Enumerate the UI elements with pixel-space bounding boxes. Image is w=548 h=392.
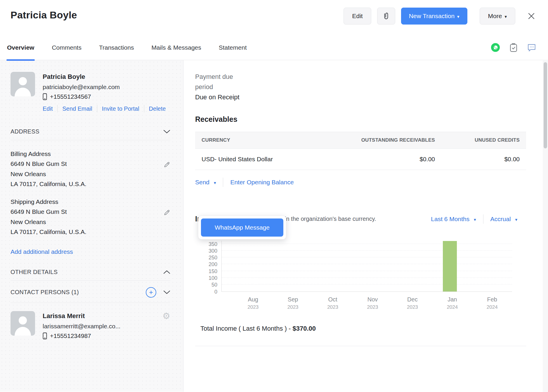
page-title: Patricia Boyle [11, 9, 77, 21]
bar-jan-2024[interactable] [443, 241, 457, 291]
edit-shipping-address-pencil-icon[interactable] [164, 209, 170, 237]
header: Patricia Boyle Edit New Transaction ▾ Mo… [0, 0, 548, 35]
bar-slot-aug-2023 [222, 241, 263, 292]
income-bar-chart: 050100150200250300350 [195, 241, 548, 292]
scrollbar-thumb[interactable] [544, 62, 547, 148]
other-details-title: OTHER DETAILS [11, 269, 58, 275]
enter-opening-balance-link[interactable]: Enter Opening Balance [230, 179, 294, 186]
table-row: USD- United States Dollar $0.00 $0.00 [195, 149, 526, 170]
tab-transactions[interactable]: Transactions [99, 35, 134, 60]
more-label: More [488, 13, 502, 20]
contact-phone: +15551234567 [43, 93, 120, 100]
divider [144, 105, 144, 112]
comments-chat-icon[interactable] [527, 43, 536, 52]
cell-unused: $0.00 [441, 149, 526, 170]
total-income-value: $370.00 [292, 325, 316, 332]
billing-address-line3: LA 70117, California, U.S.A. [11, 179, 86, 189]
y-axis: 050100150200250300350 [195, 241, 221, 292]
accounting-basis-dropdown[interactable]: Accrual ▾ [490, 216, 517, 223]
x-tick-label-jan-2024: Jan2024 [432, 295, 472, 311]
contact-persons-section-header[interactable]: CONTACT PERSONS (1) + [11, 287, 170, 298]
caret-down-icon: ▾ [504, 14, 507, 19]
y-tick-label: 300 [209, 248, 217, 254]
y-tick-label: 150 [209, 268, 217, 274]
gear-icon[interactable]: ⚙ [162, 312, 170, 339]
caret-down-icon: ▾ [457, 14, 459, 19]
more-button[interactable]: More ▾ [480, 8, 515, 25]
address-section-header[interactable]: ADDRESS [11, 128, 170, 135]
new-transaction-button[interactable]: New Transaction ▾ [401, 8, 467, 25]
divider [223, 178, 223, 187]
invite-to-portal-link[interactable]: Invite to Portal [102, 105, 139, 112]
tab-label: Comments [52, 44, 81, 51]
caret-down-icon: ▾ [515, 217, 517, 222]
tab-label: Overview [7, 44, 34, 51]
tab-statement[interactable]: Statement [219, 35, 247, 60]
bar-slot-nov-2023 [346, 241, 388, 292]
cell-currency: USD- United States Dollar [195, 149, 316, 170]
column-header-outstanding-receivables: OUTSTANDING RECEIVABLES [316, 132, 441, 148]
x-tick-label-feb-2024: Feb2024 [472, 295, 512, 311]
tasks-clipboard-icon[interactable] [509, 43, 518, 52]
shipping-address-line1: 6649 N Blue Gum St [11, 207, 86, 217]
total-income-line: Total Income ( Last 6 Months ) - $370.00 [200, 325, 548, 332]
divider [57, 105, 58, 112]
add-contact-person-icon[interactable]: + [146, 287, 156, 298]
tab-mails-messages[interactable]: Mails & Messages [151, 35, 201, 60]
cell-outstanding: $0.00 [316, 149, 441, 170]
whatsapp-message-menu-item[interactable]: WhatsApp Message [201, 218, 283, 237]
tab-label: Transactions [99, 44, 134, 51]
header-actions: Edit New Transaction ▾ More ▾ [344, 8, 537, 25]
divider [11, 280, 170, 281]
shipping-address-line2: New Orleans [11, 217, 86, 227]
contact-person-phone: +15551234987 [43, 332, 120, 339]
x-tick-label-aug-2023: Aug2023 [233, 295, 273, 311]
bar-slot-dec-2023 [388, 241, 429, 292]
edit-button[interactable]: Edit [344, 8, 371, 25]
tab-comments[interactable]: Comments [52, 35, 81, 60]
contact-email: patriciaboyle@example.com [43, 84, 120, 91]
x-tick-label-sep-2023: Sep2023 [273, 295, 313, 311]
new-transaction-label: New Transaction [409, 13, 455, 20]
bar-slot-sep-2023 [263, 241, 305, 292]
shipping-address-block: Shipping Address 6649 N Blue Gum St New … [11, 197, 170, 237]
caret-down-icon: ▾ [214, 180, 216, 185]
delete-contact-link[interactable]: Delete [149, 105, 166, 112]
tab-overview[interactable]: Overview [7, 35, 34, 60]
whatsapp-icon[interactable] [491, 43, 500, 52]
edit-contact-link[interactable]: Edit [43, 105, 53, 112]
x-tick-label-dec-2023: Dec2023 [393, 295, 432, 311]
billing-address-line1: 6649 N Blue Gum St [11, 159, 86, 169]
column-header-unused-credits: UNUSED CREDITS [441, 132, 526, 148]
tab-bar: Overview Comments Transactions Mails & M… [0, 35, 548, 60]
contact-name: Patricia Boyle [43, 73, 120, 81]
tab-bar-icons [491, 43, 536, 52]
scrollbar-track[interactable] [543, 60, 548, 392]
edit-billing-address-pencil-icon[interactable] [164, 161, 170, 189]
divider [483, 214, 483, 224]
bars [222, 241, 512, 292]
contact-detail-page: Patricia Boyle Edit New Transaction ▾ Mo… [0, 0, 548, 392]
primary-contact-info: Patricia Boyle patriciaboyle@example.com… [43, 72, 120, 100]
contact-phone-number: +15551234567 [50, 93, 91, 100]
receivables-table-header: CURRENCY OUTSTANDING RECEIVABLES UNUSED … [195, 132, 526, 149]
send-email-link[interactable]: Send Email [62, 105, 92, 112]
chevron-down-icon [163, 130, 170, 133]
add-additional-address-link[interactable]: Add additional address [11, 248, 73, 255]
attachment-button[interactable] [377, 8, 395, 25]
date-range-dropdown[interactable]: Last 6 Months ▾ [431, 216, 476, 223]
other-details-section-header[interactable]: OTHER DETAILS [11, 269, 170, 275]
column-header-currency: CURRENCY [195, 132, 316, 148]
caret-down-icon: ▾ [474, 217, 476, 222]
payment-due-label: Payment due period [195, 72, 548, 92]
billing-address-block: Billing Address 6649 N Blue Gum St New O… [11, 149, 170, 189]
x-tick-label-nov-2023: Nov2023 [353, 295, 392, 311]
send-dropdown[interactable]: Send ▾ [195, 179, 216, 186]
mobile-phone-icon [43, 332, 47, 339]
divider [11, 140, 170, 140]
close-icon[interactable] [525, 10, 537, 22]
payment-due-value: Due on Receipt [195, 93, 548, 101]
contact-person-phone-number: +15551234987 [50, 332, 91, 339]
address-section-title: ADDRESS [11, 128, 39, 135]
bar-slot-feb-2024 [471, 241, 512, 292]
